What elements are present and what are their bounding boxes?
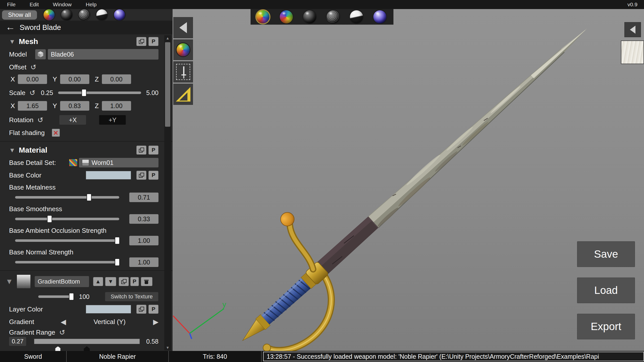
right-panel-collapse-button[interactable] bbox=[624, 22, 641, 37]
gradient-range-track[interactable] bbox=[34, 338, 140, 344]
scrollbar-thumb[interactable] bbox=[165, 42, 170, 127]
rotation-reset-icon[interactable]: ↺ bbox=[37, 116, 43, 124]
base-metalness-handle[interactable] bbox=[87, 194, 92, 201]
base-ao-slider[interactable] bbox=[15, 239, 119, 242]
layer-move-up-button[interactable]: ▲ bbox=[93, 277, 103, 286]
chevron-left-icon bbox=[179, 22, 187, 33]
material-sphere-half[interactable] bbox=[350, 10, 363, 23]
scale-slider-handle[interactable] bbox=[82, 89, 87, 97]
base-smoothness-handle[interactable] bbox=[47, 215, 52, 223]
menu-file[interactable]: File bbox=[0, 2, 23, 8]
lighting-preview-button[interactable]: ☀ bbox=[173, 39, 193, 60]
base-ao-handle[interactable] bbox=[115, 237, 120, 244]
material-sphere-blue[interactable] bbox=[373, 10, 386, 23]
scale-reset-icon[interactable]: ↺ bbox=[29, 89, 35, 97]
rotate-y-button[interactable]: +Y bbox=[99, 115, 126, 125]
gradient-range-min-field[interactable]: 0.27 bbox=[9, 337, 26, 346]
panel-scrollbar[interactable]: ▲ ▼ bbox=[164, 35, 171, 350]
base-normal-handle[interactable] bbox=[115, 258, 120, 266]
offset-y-field[interactable]: 0.00 bbox=[60, 74, 89, 84]
scale-slider[interactable] bbox=[58, 92, 141, 94]
base-color-paste-button[interactable]: P bbox=[148, 171, 158, 180]
panel-header: ← Sword Blade bbox=[0, 21, 173, 34]
material-sphere-dark[interactable] bbox=[61, 9, 72, 20]
material-sphere-rainbow-2[interactable] bbox=[280, 10, 293, 23]
gradient-range-reset-icon[interactable]: ↺ bbox=[59, 328, 65, 337]
trash-icon bbox=[144, 279, 149, 284]
range-handle-max[interactable] bbox=[84, 346, 90, 351]
viewport-3d[interactable]: y bbox=[173, 9, 644, 351]
rotate-x-button[interactable]: +X bbox=[59, 115, 86, 125]
detail-set-swatch-icon[interactable] bbox=[69, 159, 77, 166]
layer-collapse-triangle-icon[interactable]: ▼ bbox=[6, 277, 13, 286]
layer-paste-button[interactable]: P bbox=[130, 277, 139, 286]
base-normal-value[interactable]: 1.00 bbox=[129, 257, 158, 267]
offset-z-field[interactable]: 0.00 bbox=[102, 74, 131, 84]
layer-delete-button[interactable] bbox=[141, 277, 152, 286]
base-ao-value[interactable]: 1.00 bbox=[129, 236, 158, 245]
model-name-field[interactable]: Blade06 bbox=[48, 49, 158, 60]
measure-weapon-button[interactable] bbox=[173, 61, 193, 82]
layer-color-copy-button[interactable] bbox=[136, 305, 146, 314]
range-handle-min[interactable] bbox=[55, 346, 61, 351]
scale-x-field[interactable]: 1.65 bbox=[18, 101, 47, 111]
gradient-prev-arrow-icon[interactable]: ◀ bbox=[61, 318, 66, 326]
base-metalness-value[interactable]: 0.71 bbox=[129, 193, 158, 202]
panel-collapse-button[interactable] bbox=[173, 17, 193, 38]
save-button[interactable]: Save bbox=[577, 241, 635, 267]
offset-x-field[interactable]: 0.00 bbox=[18, 74, 47, 84]
layer-gradient-preview[interactable] bbox=[17, 275, 31, 289]
layer-opacity-slider[interactable] bbox=[38, 295, 73, 298]
material-sphere-dark[interactable] bbox=[303, 10, 316, 23]
ruler-button[interactable] bbox=[173, 84, 193, 105]
mesh-paste-button[interactable]: P bbox=[148, 37, 158, 46]
material-sphere-speckled[interactable] bbox=[79, 9, 90, 20]
base-metalness-slider[interactable] bbox=[15, 196, 119, 199]
scroll-down-icon[interactable]: ▼ bbox=[164, 345, 171, 350]
load-button[interactable]: Load bbox=[577, 278, 635, 303]
material-paste-button[interactable]: P bbox=[148, 146, 158, 155]
base-color-swatch[interactable] bbox=[86, 171, 131, 179]
scale-z-field[interactable]: 1.00 bbox=[102, 101, 131, 111]
scale-y-field[interactable]: 0.83 bbox=[60, 101, 89, 111]
material-sphere-rainbow[interactable] bbox=[44, 9, 55, 20]
base-smoothness-value[interactable]: 0.33 bbox=[129, 214, 158, 224]
switch-to-texture-button[interactable]: Switch to Texture bbox=[105, 292, 158, 301]
base-color-copy-button[interactable] bbox=[136, 171, 146, 180]
scroll-up-icon[interactable]: ▲ bbox=[164, 35, 171, 41]
layer-name-field[interactable]: GradientBottom bbox=[35, 276, 89, 287]
material-header-label: Material bbox=[19, 146, 47, 154]
material-sphere-rainbow-selected[interactable] bbox=[256, 10, 269, 23]
material-sphere-blue[interactable] bbox=[114, 9, 125, 20]
layer-copy-button[interactable] bbox=[119, 277, 129, 286]
layer-opacity-handle[interactable] bbox=[69, 293, 74, 300]
menu-edit[interactable]: Edit bbox=[23, 2, 46, 8]
show-all-button[interactable]: Show all bbox=[2, 10, 37, 20]
layer-color-row: Layer Color P bbox=[9, 304, 158, 314]
base-detail-field[interactable]: Worn01 bbox=[79, 158, 158, 167]
layer-color-swatch[interactable] bbox=[86, 305, 131, 313]
base-smoothness-slider[interactable] bbox=[15, 218, 119, 220]
material-sphere-half[interactable] bbox=[96, 9, 107, 20]
layer-color-paste-button[interactable]: P bbox=[148, 305, 158, 314]
texture-preview-thumbnail[interactable] bbox=[621, 40, 644, 64]
back-arrow-icon[interactable]: ← bbox=[6, 22, 15, 32]
gradient-next-arrow-icon[interactable]: ▶ bbox=[153, 318, 158, 326]
offset-reset-icon[interactable]: ↺ bbox=[30, 63, 36, 71]
layer-move-down-button[interactable]: ▼ bbox=[105, 277, 116, 286]
base-normal-slider[interactable] bbox=[15, 261, 119, 263]
material-section-header[interactable]: ▼ Material P bbox=[9, 145, 158, 156]
menu-window[interactable]: Window bbox=[46, 2, 79, 8]
material-copy-button[interactable] bbox=[136, 146, 146, 155]
menu-help[interactable]: Help bbox=[79, 2, 104, 8]
model-picker-button[interactable] bbox=[35, 49, 46, 59]
export-button[interactable]: Export bbox=[577, 314, 635, 339]
base-detail-row: Base Detail Set: Worn01 bbox=[9, 158, 158, 168]
scale-xyz-row: X 1.65 Y 0.83 Z 1.00 bbox=[9, 100, 158, 111]
mesh-section-header[interactable]: ▼ Mesh P bbox=[9, 36, 158, 47]
material-sphere-speckled[interactable] bbox=[327, 10, 340, 23]
collapse-triangle-icon[interactable]: ▼ bbox=[9, 147, 15, 154]
mesh-copy-button[interactable] bbox=[136, 37, 146, 46]
collapse-triangle-icon[interactable]: ▼ bbox=[9, 38, 15, 45]
flat-shading-checkbox[interactable]: × bbox=[52, 129, 60, 137]
